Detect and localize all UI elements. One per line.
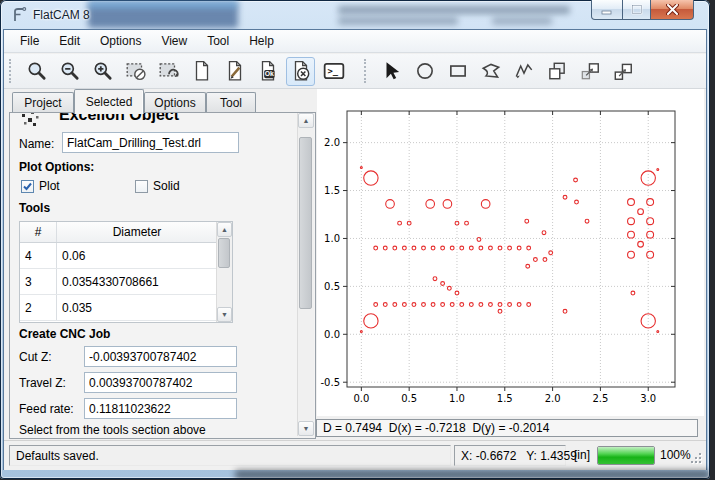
toolbar-button-draw-path[interactable]: [509, 57, 538, 86]
maximize-button[interactable]: [622, 0, 651, 20]
toolbar-button-move-objects[interactable]: [608, 57, 637, 86]
menu-help[interactable]: Help: [239, 31, 284, 51]
plot-canvas[interactable]: 0.00.51.01.52.02.53.0-0.50.00.51.01.52.0: [317, 89, 704, 416]
toolbar-button-clear-plot[interactable]: [121, 57, 150, 86]
tab-selected[interactable]: Selected: [74, 89, 144, 114]
drill-hole: [575, 200, 579, 204]
menu-edit[interactable]: Edit: [49, 31, 90, 51]
menu-tool[interactable]: Tool: [197, 31, 239, 51]
solid-checkbox[interactable]: [135, 180, 148, 193]
toolbar-button-zoom-out[interactable]: [55, 57, 84, 86]
toolbar-drag-handle[interactable]: [9, 59, 14, 83]
drill-hole: [383, 303, 387, 307]
svg-text:>_: >_: [327, 66, 338, 76]
toolbar-button-draw-rectangle[interactable]: [443, 57, 472, 86]
menu-file[interactable]: File: [10, 31, 49, 51]
client-area: FileEditOptionsViewToolHelp Ok>_ Project…: [4, 30, 706, 469]
toolbar-button-zoom-in[interactable]: [88, 57, 117, 86]
drill-hole: [431, 303, 435, 307]
scroll-down-arrow[interactable]: ▼: [217, 307, 232, 322]
drill-hole: [465, 221, 469, 225]
main-toolbar: Ok>_: [4, 54, 706, 89]
name-input[interactable]: [62, 132, 239, 153]
svg-text:0.5: 0.5: [324, 281, 340, 292]
zoom-fit-icon: [26, 60, 48, 82]
measurement-readout: D = 0.7494 D(x) = -0.7218 D(y) = -0.2014: [316, 419, 698, 437]
drill-hole: [460, 246, 464, 250]
toolbar-button-replot[interactable]: [154, 57, 183, 86]
toolbar-button-copy-objects[interactable]: [542, 57, 571, 86]
drill-hole: [412, 246, 416, 250]
copy-objects-icon: [546, 60, 568, 82]
column-header-diameter[interactable]: Diameter: [57, 222, 217, 242]
toolbar-button-delete-object[interactable]: [286, 57, 315, 86]
drill-hole: [527, 303, 531, 307]
close-button[interactable]: [650, 0, 694, 20]
toolbar-button-new-project[interactable]: [187, 57, 216, 86]
toolbar-button-select-arrow[interactable]: [377, 57, 406, 86]
tool-diameter: 0.06: [57, 243, 217, 268]
menu-options[interactable]: Options: [90, 31, 151, 51]
plot-checkbox-label[interactable]: Plot: [39, 179, 60, 193]
drill-hole: [647, 199, 654, 206]
name-label: Name:: [19, 137, 54, 151]
drill-hole: [631, 291, 635, 295]
svg-text:1.0: 1.0: [324, 233, 340, 244]
solid-checkbox-label[interactable]: Solid: [153, 179, 180, 193]
tool-diameter: 0.035: [57, 295, 217, 320]
drill-hole: [450, 303, 454, 307]
toolbar-button-zoom-fit[interactable]: [22, 57, 51, 86]
drill-hole: [647, 218, 654, 225]
panel-scrollbar[interactable]: ▲ ▼: [297, 113, 314, 436]
toolbar-button-update-object[interactable]: Ok: [253, 57, 282, 86]
toolbar-button-draw-circle[interactable]: [410, 57, 439, 86]
tools-table[interactable]: # Diameter 4 0.063 0.03543307086612 0.03…: [19, 221, 233, 323]
tool-row[interactable]: 3 0.0354330708661: [20, 269, 232, 295]
cut-z-input[interactable]: [84, 346, 237, 367]
table-scrollbar[interactable]: ▲ ▼: [216, 222, 232, 322]
panel-scrollbar-thumb[interactable]: [299, 137, 312, 309]
drill-hole: [628, 231, 635, 238]
scroll-up-arrow[interactable]: ▲: [298, 113, 314, 128]
menu-view[interactable]: View: [151, 31, 197, 51]
tool-row[interactable]: 2 0.035: [20, 295, 232, 321]
clear-plot-icon: [125, 60, 147, 82]
zoom-in-icon: [92, 60, 114, 82]
toolbar-button-edit-object[interactable]: [220, 57, 249, 86]
drill-hole: [574, 178, 578, 182]
drill-hole: [441, 303, 445, 307]
toolbar-button-draw-polygon[interactable]: [476, 57, 505, 86]
tab-project[interactable]: Project: [12, 92, 74, 113]
drill-hole: [527, 246, 531, 250]
toolbar-drag-handle[interactable]: [364, 59, 369, 83]
drill-hole: [638, 209, 644, 215]
draw-rectangle-icon: [447, 60, 469, 82]
svg-text:1.5: 1.5: [497, 393, 513, 404]
minimize-button[interactable]: [591, 0, 623, 20]
drill-hole: [563, 309, 567, 313]
drill-hole: [477, 238, 481, 242]
tab-options[interactable]: Options: [144, 92, 206, 113]
column-header-number[interactable]: #: [20, 222, 57, 242]
zoom-out-icon: [59, 60, 81, 82]
title-bar[interactable]: FlatCAM 8: [0, 0, 710, 30]
cut-z-label: Cut Z:: [19, 350, 52, 364]
travel-z-input[interactable]: [84, 372, 237, 393]
scroll-down-arrow[interactable]: ▼: [298, 421, 314, 436]
table-scrollbar-thumb[interactable]: [218, 238, 230, 268]
toolbar-button-shell[interactable]: >_: [319, 57, 348, 86]
plot-checkbox[interactable]: [21, 180, 34, 193]
toolbar-button-copy-geometry[interactable]: [575, 57, 604, 86]
tool-row[interactable]: 4 0.06: [20, 243, 232, 269]
resize-grip[interactable]: [689, 453, 701, 465]
drill-hole: [628, 199, 635, 206]
scroll-up-arrow[interactable]: ▲: [217, 222, 232, 237]
feed-rate-input[interactable]: [84, 398, 237, 419]
drill-hole: [360, 167, 362, 169]
selected-tab-panel: Excellon Object Name: Plot Options: Plot…: [9, 112, 316, 439]
tab-tool[interactable]: Tool: [206, 92, 256, 113]
flatcam-window: FlatCAM 8 FileEditOptionsViewToolHelp Ok…: [0, 0, 710, 479]
drill-hole: [422, 246, 426, 250]
drill-hole: [422, 303, 426, 307]
drill-hole: [393, 303, 397, 307]
